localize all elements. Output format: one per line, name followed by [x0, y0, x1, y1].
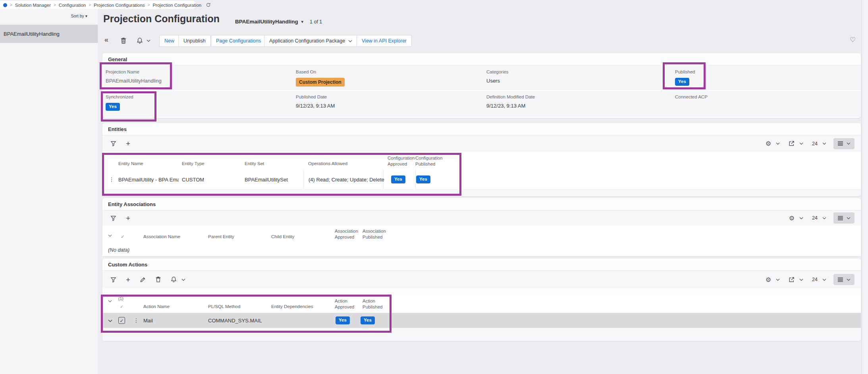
row-menu-kebab-icon[interactable]: ⋮	[133, 317, 139, 324]
filter-icon[interactable]	[110, 141, 116, 147]
entities-table-row[interactable]: ⋮ BPAEmailUtility - BPA Ema CUSTOM BPAEm…	[102, 170, 861, 189]
add-row-icon[interactable]: +	[126, 214, 130, 222]
record-name: BPAEmailUtilityHandling	[235, 19, 298, 25]
view-mode-button[interactable]	[833, 138, 854, 149]
unpublish-button[interactable]: Unpublish	[178, 35, 211, 47]
col-entity-type[interactable]: Entity Type	[182, 161, 204, 166]
field-synchronized: Synchronized Yes	[106, 94, 133, 111]
field-label: Published Date	[296, 94, 335, 99]
export-icon[interactable]	[789, 141, 795, 147]
settings-gear-icon[interactable]: ⚙	[766, 140, 771, 147]
entities-grid-toolbar: + ⚙ 24	[102, 135, 861, 152]
field-published-date: Published Date 9/12/23, 9:13 AM	[296, 94, 335, 109]
col-association-name[interactable]: Association Name	[143, 234, 180, 239]
favorite-heart-icon[interactable]: ♡	[850, 36, 856, 44]
breadcrumb-projection-configurations[interactable]: Projection Configurations	[94, 3, 145, 8]
row-menu-kebab-icon[interactable]: ⋮	[109, 176, 114, 183]
entities-table-header: Entity Name Entity Type Entity Set Opera…	[102, 152, 861, 170]
record-list-sidebar: Sort by ▾ BPAEmailUtilityHandling	[0, 9, 98, 374]
page-title: Projection Configuration	[103, 13, 220, 25]
refresh-icon[interactable]	[206, 2, 211, 8]
sidebar-item-bpaemailutilityhandling[interactable]: BPAEmailUtilityHandling	[0, 25, 98, 43]
filter-icon[interactable]	[110, 277, 116, 283]
view-in-api-explorer-button[interactable]: View in API Explorer	[357, 35, 412, 47]
col-parent-entity[interactable]: Parent Entity	[208, 234, 234, 239]
chevron-right-icon: >	[54, 3, 56, 7]
add-row-icon[interactable]: +	[126, 276, 130, 283]
notification-bell-icon[interactable]	[137, 37, 143, 44]
field-label: Based On	[296, 69, 345, 74]
application-configuration-package-button[interactable]: Application Configuration Package	[264, 35, 357, 47]
chevron-down-icon	[847, 217, 851, 220]
select-all-check-icon[interactable]: ✓	[120, 304, 123, 309]
new-button[interactable]: New	[159, 35, 179, 47]
edit-pencil-icon[interactable]	[140, 277, 146, 283]
chevron-down-icon	[847, 278, 851, 281]
chevron-down-icon[interactable]	[799, 278, 803, 281]
chevron-down-icon[interactable]	[776, 142, 780, 145]
bell-chevron-down-icon[interactable]	[147, 39, 150, 42]
general-field-row-2: Synchronized Yes Published Date 9/12/23,…	[102, 91, 861, 117]
col-child-entity[interactable]: Child Entity	[271, 234, 294, 239]
published-badge: Yes	[675, 78, 689, 86]
col-association-published[interactable]: Association Published	[363, 228, 395, 240]
select-all-check-icon[interactable]: ✓	[121, 234, 125, 239]
breadcrumb-configuration[interactable]: Configuration	[59, 3, 86, 8]
delete-icon[interactable]	[120, 37, 127, 44]
breadcrumb-projection-configuration[interactable]: Projection Configuration	[152, 3, 201, 8]
col-entity-name[interactable]: Entity Name	[118, 161, 143, 166]
card-footer-strip	[102, 328, 861, 341]
chevron-down-icon[interactable]	[799, 217, 803, 220]
page-size-selector[interactable]: 24	[812, 215, 818, 221]
col-action-name[interactable]: Action Name	[143, 304, 170, 309]
chevron-down-icon[interactable]	[822, 217, 826, 220]
general-section-title: General	[108, 56, 127, 62]
collapse-sidebar-icon[interactable]: «	[104, 36, 108, 43]
record-selector[interactable]: BPAEmailUtilityHandling ▾	[235, 19, 303, 25]
col-action-published[interactable]: Action Published	[363, 298, 395, 310]
sidebar-item-label: BPAEmailUtilityHandling	[4, 31, 60, 37]
page-size-selector[interactable]: 24	[812, 277, 818, 282]
expand-row-chevron-icon[interactable]	[108, 319, 112, 322]
page-size-selector[interactable]: 24	[812, 141, 818, 147]
list-view-icon	[837, 277, 843, 282]
field-label: Published	[675, 69, 695, 74]
sort-by-button[interactable]: Sort by ▾	[71, 13, 87, 18]
chevron-down-icon[interactable]	[776, 278, 780, 281]
field-value: 9/12/23, 9:13 AM	[296, 103, 335, 109]
expand-all-chevron-icon[interactable]	[108, 234, 112, 237]
notification-bell-icon[interactable]	[171, 276, 177, 283]
breadcrumb-solution-manager[interactable]: Solution Manager	[15, 3, 51, 8]
filter-icon[interactable]	[110, 215, 116, 221]
export-icon[interactable]	[789, 277, 795, 283]
field-label: Categories	[486, 69, 509, 74]
expand-all-chevron-icon[interactable]	[108, 300, 112, 303]
view-mode-button[interactable]	[833, 274, 854, 285]
add-row-icon[interactable]: +	[126, 140, 130, 147]
col-configuration-published[interactable]: Configuration Published	[415, 155, 448, 167]
delete-icon[interactable]	[155, 276, 161, 283]
configuration-published-badge: Yes	[416, 175, 430, 183]
settings-gear-icon[interactable]: ⚙	[766, 276, 771, 283]
field-value: 9/12/23, 9:13 AM	[486, 103, 535, 109]
col-entity-dependencies[interactable]: Entity Dependencies	[271, 304, 313, 309]
card-footer-strip	[102, 189, 861, 196]
chevron-down-icon[interactable]	[822, 278, 826, 281]
settings-gear-icon[interactable]: ⚙	[789, 214, 795, 222]
page-configurations-button[interactable]: Page Configurations	[211, 35, 266, 47]
col-plsql-method[interactable]: PL/SQL Method	[208, 304, 240, 309]
custom-actions-table-row-selected[interactable]: ✓ ⋮ Mail COMMAND_SYS.MAIL Yes Yes	[102, 313, 861, 328]
entities-card: Entities + ⚙ 24	[102, 123, 861, 196]
view-mode-button[interactable]	[833, 212, 854, 224]
chevron-down-icon[interactable]	[822, 142, 826, 145]
custom-actions-section-title: Custom Actions	[108, 262, 147, 268]
chevron-down-icon[interactable]	[799, 142, 803, 145]
row-checkbox[interactable]: ✓	[118, 317, 125, 324]
col-entity-set[interactable]: Entity Set	[245, 161, 264, 166]
right-rail[interactable]	[862, 0, 868, 374]
col-operations-allowed[interactable]: Operations Allowed	[308, 161, 347, 166]
chevron-down-icon[interactable]	[181, 278, 185, 281]
cell-action-name: Mail	[143, 318, 153, 324]
cell-plsql-method: COMMAND_SYS.MAIL	[208, 318, 262, 324]
field-definition-modified-date: Definition Modified Date 9/12/23, 9:13 A…	[486, 94, 535, 109]
